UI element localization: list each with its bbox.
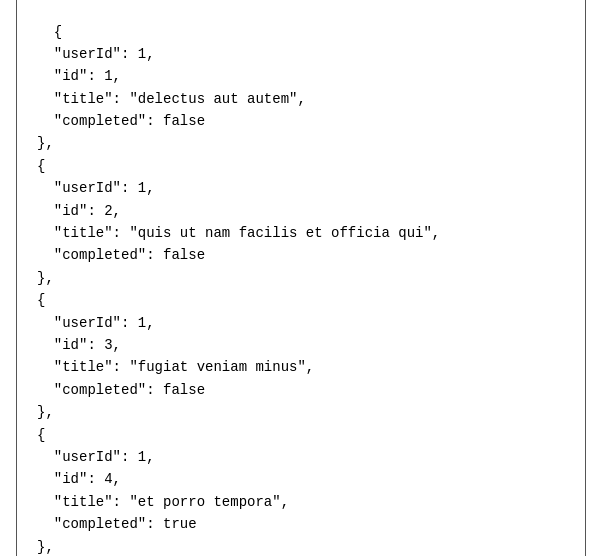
json-content: { "userId": 1, "id": 1, "title": "delect… <box>37 24 440 555</box>
json-output: { "userId": 1, "id": 1, "title": "delect… <box>16 0 586 556</box>
